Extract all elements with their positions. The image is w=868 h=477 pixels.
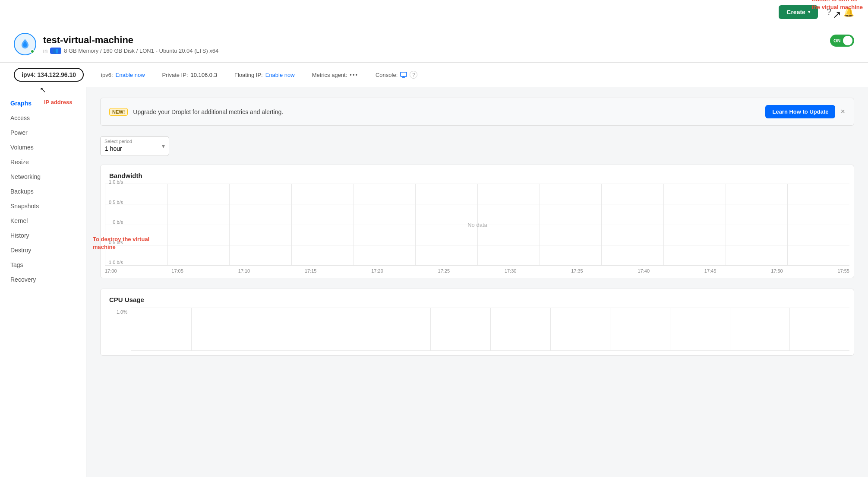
create-label: Create bbox=[786, 9, 805, 16]
alert-close-button[interactable]: × bbox=[840, 107, 845, 116]
bandwidth-chart-card: Bandwidth 1.0 b/s 0.5 b/s 0 b/s -0.5 b/s… bbox=[100, 165, 854, 278]
bandwidth-x-axis: 17:00 17:05 17:10 17:15 17:20 17:25 17:3… bbox=[105, 266, 849, 273]
bandwidth-no-data: No data bbox=[467, 221, 487, 228]
private-ip-label: Private IP: bbox=[162, 72, 188, 78]
console-icon[interactable] bbox=[400, 72, 407, 78]
cpu-y-axis: 1.0% bbox=[105, 308, 131, 351]
status-dot bbox=[30, 49, 35, 54]
sidebar: Graphs Access Power Volumes Resize Netwo… bbox=[0, 87, 86, 477]
console-section: Console: ? bbox=[376, 71, 417, 79]
sidebar-item-power[interactable]: Power bbox=[0, 125, 86, 140]
private-ip-value: 10.106.0.3 bbox=[191, 72, 217, 78]
sidebar-item-volumes[interactable]: Volumes bbox=[0, 140, 86, 155]
vgrid-9 bbox=[663, 184, 664, 265]
power-toggle[interactable]: ON bbox=[830, 35, 854, 47]
console-help-icon[interactable]: ? bbox=[410, 71, 417, 79]
vgrid-8 bbox=[601, 184, 602, 265]
ipv4-value: 134.122.96.10 bbox=[38, 71, 76, 78]
ipv6-section: ipv6: Enable now bbox=[101, 72, 145, 78]
sidebar-item-resize[interactable]: Resize bbox=[0, 155, 86, 169]
main-content: NEW! Upgrade your Droplet for additional… bbox=[86, 87, 868, 477]
ipv6-label: ipv6: bbox=[101, 72, 113, 78]
vm-subtitle: in 👥 8 GB Memory / 160 GB Disk / LON1 - … bbox=[43, 48, 218, 54]
sidebar-item-networking[interactable]: Networking bbox=[0, 169, 86, 184]
vm-header: test-virtual-machine in 👥 8 GB Memory / … bbox=[0, 24, 868, 63]
private-ip-section: Private IP: 10.106.0.3 bbox=[162, 72, 217, 78]
chevron-down-icon: ▾ bbox=[808, 10, 810, 14]
vgrid-10 bbox=[726, 184, 726, 265]
vm-specs: 8 GB Memory / 160 GB Disk / LON1 - Ubunt… bbox=[64, 48, 218, 54]
ip-address-annotation: IP address bbox=[44, 99, 73, 105]
sidebar-item-graphs[interactable]: Graphs bbox=[0, 96, 86, 111]
ipv4-arrow: ↖ bbox=[40, 85, 46, 95]
ipv6-enable-link[interactable]: Enable now bbox=[116, 72, 145, 78]
sidebar-item-backups[interactable]: Backups bbox=[0, 184, 86, 199]
main-layout: Graphs Access Power Volumes Resize Netwo… bbox=[0, 87, 868, 477]
learn-how-button[interactable]: Learn How to Update bbox=[765, 105, 835, 118]
droplet-icon bbox=[19, 38, 31, 50]
vgrid-5 bbox=[415, 184, 416, 265]
alert-text: Upgrade your Droplet for additional metr… bbox=[133, 108, 760, 115]
power-toggle-area[interactable]: ON ↗ Button to turn offthe virtual machi… bbox=[830, 35, 854, 47]
sidebar-item-recovery[interactable]: Recovery bbox=[0, 272, 86, 287]
turn-off-annotation: Button to turn offthe virtual machine bbox=[812, 0, 863, 11]
vgrid-11 bbox=[787, 184, 788, 265]
vm-separator: - bbox=[156, 48, 159, 54]
cpu-plot-area bbox=[131, 308, 849, 351]
cpu-chart-card: CPU Usage 1.0% bbox=[100, 289, 854, 356]
bandwidth-chart-title: Bandwidth bbox=[101, 165, 854, 179]
vgrid-1 bbox=[167, 184, 168, 265]
ipv4-label: ipv4: bbox=[22, 71, 38, 78]
bandwidth-plot-area: No data bbox=[105, 184, 849, 266]
svg-rect-0 bbox=[401, 72, 407, 76]
sidebar-item-snapshots[interactable]: Snapshots bbox=[0, 199, 86, 213]
team-icon: 👥 bbox=[50, 48, 61, 54]
in-label: in bbox=[43, 48, 47, 54]
new-badge: NEW! bbox=[109, 108, 128, 116]
alert-banner: NEW! Upgrade your Droplet for additional… bbox=[100, 98, 854, 126]
floating-ip-label: Floating IP: bbox=[234, 72, 263, 78]
vm-avatar bbox=[14, 33, 36, 55]
period-selector: Select period 1 hour 6 hours 24 hours 7 … bbox=[100, 136, 854, 156]
sidebar-item-history[interactable]: History bbox=[0, 228, 86, 243]
vgrid-4 bbox=[354, 184, 354, 265]
console-label: Console: bbox=[376, 72, 398, 78]
vgrid-3 bbox=[291, 184, 292, 265]
metrics-section: Metrics agent: ••• bbox=[312, 72, 358, 78]
cpu-chart-body: 1.0% bbox=[101, 303, 854, 355]
ipv4-box: ipv4: 134.122.96.10 bbox=[14, 68, 84, 82]
monitor-icon bbox=[400, 72, 407, 78]
top-nav: Create ▾ ? 🔔 bbox=[0, 0, 868, 24]
vgrid-2 bbox=[229, 184, 230, 265]
info-bar: ipv4: 134.122.96.10 ↖ IP address ipv6: E… bbox=[0, 63, 868, 87]
sidebar-item-access[interactable]: Access bbox=[0, 111, 86, 125]
toggle-on-label: ON bbox=[833, 38, 841, 43]
vgrid-7 bbox=[540, 184, 540, 265]
ipv4-section: ipv4: 134.122.96.10 ↖ IP address bbox=[14, 68, 84, 82]
bandwidth-chart-body: 1.0 b/s 0.5 b/s 0 b/s -0.5 b/s -1.0 b/s bbox=[101, 179, 854, 278]
sidebar-item-kernel[interactable]: Kernel bbox=[0, 213, 86, 228]
period-label: Select period bbox=[104, 139, 132, 144]
floating-ip-enable-link[interactable]: Enable now bbox=[265, 72, 295, 78]
toggle-knob bbox=[843, 36, 852, 45]
period-select-wrapper: Select period 1 hour 6 hours 24 hours 7 … bbox=[100, 136, 169, 156]
metrics-dots[interactable]: ••• bbox=[350, 72, 358, 78]
vm-specs-text: 8 GB Memory / 160 GB Disk / LON1 bbox=[64, 48, 154, 54]
sidebar-item-tags[interactable]: Tags bbox=[0, 258, 86, 272]
metrics-label: Metrics agent: bbox=[312, 72, 347, 78]
cpu-chart-title: CPU Usage bbox=[101, 289, 854, 303]
vm-os: Ubuntu 20.04 (LTS) x64 bbox=[159, 48, 219, 54]
vm-name: test-virtual-machine bbox=[43, 35, 218, 46]
floating-ip-section: Floating IP: Enable now bbox=[234, 72, 295, 78]
sidebar-item-destroy[interactable]: Destroy ↗ bbox=[0, 243, 86, 258]
